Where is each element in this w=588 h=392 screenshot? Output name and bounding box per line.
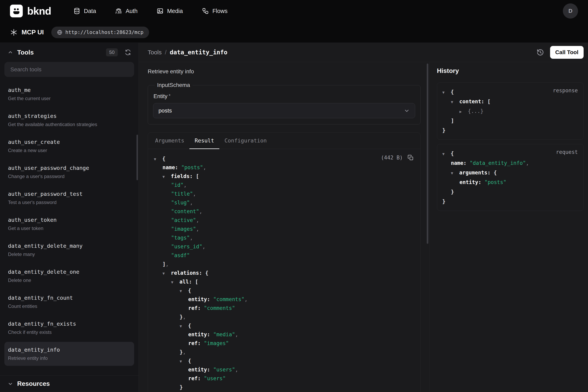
- resources-section-header[interactable]: Resources: [0, 376, 139, 392]
- tool-item-auth_user_password_test[interactable]: auth_user_password_testTest a user's pas…: [4, 186, 134, 210]
- user-avatar[interactable]: D: [563, 4, 578, 18]
- json-token: ,: [244, 296, 248, 302]
- json-token: "users_id": [171, 244, 202, 250]
- tool-item-data_entity_delete_many[interactable]: data_entity_delete_manyDelete many: [4, 238, 134, 262]
- main-scrollbar[interactable]: [427, 64, 428, 244]
- nav-item-data[interactable]: Data: [73, 8, 96, 14]
- json-line: ref: "comments": [154, 304, 414, 312]
- tab-configuration[interactable]: Configuration: [219, 133, 272, 149]
- brand[interactable]: bknd: [10, 4, 51, 18]
- tool-description: Get the current user: [8, 95, 131, 102]
- json-token: "asdf": [171, 252, 190, 258]
- json-token: ,: [235, 332, 238, 338]
- content-region: Tools / data_entity_info Call Tool Retri…: [139, 43, 588, 392]
- mcp-logo-icon: [10, 28, 17, 36]
- json-line: name: "posts",: [154, 163, 414, 172]
- json-line: }: [442, 126, 578, 135]
- copy-icon[interactable]: [407, 155, 413, 161]
- nav-item-auth[interactable]: Auth: [115, 8, 138, 14]
- json-token: name:: [163, 164, 181, 170]
- tree-caret-icon[interactable]: ▼: [154, 155, 159, 164]
- json-line: ],: [154, 260, 414, 268]
- json-line: name: "data_entity_info",: [442, 158, 578, 168]
- tool-name: auth_me: [8, 86, 131, 94]
- json-token: "tags": [171, 235, 190, 241]
- tool-name: data_entity_info: [8, 346, 131, 354]
- json-token: }: [442, 127, 445, 133]
- json-token: {: [451, 150, 454, 156]
- tree-caret-icon[interactable]: ▼: [163, 269, 168, 278]
- json-token: ,: [196, 226, 199, 232]
- json-token: {...}: [468, 108, 483, 114]
- json-token: {: [205, 270, 208, 276]
- json-token: ,: [196, 217, 199, 223]
- history-json-0: ▼{▼content: [▶{...}]}: [442, 87, 578, 135]
- breadcrumb-root[interactable]: Tools: [148, 49, 162, 56]
- tool-item-data_entity_delete_one[interactable]: data_entity_delete_oneDelete one: [4, 264, 134, 288]
- json-token: "users": [204, 376, 226, 382]
- tool-name: data_entity_delete_many: [8, 242, 131, 250]
- tool-name: data_entity_fn_count: [8, 294, 131, 302]
- sidebar-scrollbar[interactable]: [137, 135, 138, 180]
- result-card: ArgumentsResultConfiguration (442 B) ▼{n…: [148, 132, 420, 392]
- json-line: "id",: [154, 180, 414, 190]
- json-token: [: [487, 98, 491, 104]
- nav-item-label: Auth: [126, 8, 138, 14]
- brand-name: bknd: [27, 5, 51, 17]
- json-token: "data_entity_info": [470, 160, 526, 166]
- json-token: ,: [190, 235, 193, 241]
- nav-item-flows[interactable]: Flows: [202, 8, 227, 14]
- nav-item-media[interactable]: Media: [157, 8, 183, 14]
- mcp-url-pill[interactable]: http://localhost:28623/mcp: [51, 26, 149, 38]
- tools-count-badge: 50: [106, 48, 118, 56]
- tree-caret-icon[interactable]: ▼: [180, 357, 185, 366]
- tool-item-data_entity_fn_exists[interactable]: data_entity_fn_existsCheck if entity exi…: [4, 316, 134, 340]
- tree-caret-icon[interactable]: ▼: [442, 88, 447, 97]
- tree-caret-icon[interactable]: ▼: [180, 286, 185, 295]
- mcp-header: MCP UI http://localhost:28623/mcp: [0, 22, 588, 43]
- tab-arguments[interactable]: Arguments: [150, 133, 190, 149]
- json-token: ]: [451, 118, 454, 124]
- top-navigation: bknd DataAuthMediaFlows D: [0, 0, 588, 22]
- tree-caret-icon[interactable]: ▶: [459, 107, 465, 116]
- tree-caret-icon[interactable]: ▼: [180, 322, 185, 330]
- tool-item-auth_user_create[interactable]: auth_user_createCreate a new user: [4, 134, 134, 158]
- json-line: ▼content: [: [442, 97, 578, 106]
- refresh-icon[interactable]: [125, 49, 131, 55]
- tree-caret-icon[interactable]: ▼: [451, 168, 456, 178]
- json-token: fields:: [171, 173, 196, 179]
- json-token: ,: [199, 208, 202, 214]
- json-line: entity: "users",: [154, 365, 414, 374]
- json-token: "media": [213, 332, 235, 338]
- json-line: },: [154, 312, 414, 321]
- mcp-url: http://localhost:28623/mcp: [65, 29, 143, 35]
- workflow-icon: [202, 8, 209, 14]
- tools-header: Tools 50: [0, 43, 139, 60]
- tabs: ArgumentsResultConfiguration: [148, 133, 420, 149]
- tree-caret-icon[interactable]: ▼: [171, 278, 176, 286]
- tool-item-data_entity_fn_count[interactable]: data_entity_fn_countCount entities: [4, 290, 134, 314]
- tree-caret-icon[interactable]: ▼: [163, 172, 168, 181]
- json-token: relations:: [171, 270, 205, 276]
- json-line: ref: "images": [154, 339, 414, 348]
- json-token: entity:: [459, 179, 484, 185]
- tree-caret-icon[interactable]: ▼: [451, 97, 456, 107]
- tool-item-auth_user_password_change[interactable]: auth_user_password_changeChange a user's…: [4, 160, 134, 184]
- tool-item-auth_me[interactable]: auth_meGet the current user: [4, 82, 134, 106]
- history-icon[interactable]: [537, 48, 544, 56]
- tool-item-data_entity_info[interactable]: data_entity_infoRetrieve entity info: [4, 342, 134, 366]
- tab-result[interactable]: Result: [190, 133, 219, 149]
- call-tool-button[interactable]: Call Tool: [550, 46, 584, 59]
- tool-item-auth_user_token[interactable]: auth_user_tokenGet a user token: [4, 212, 134, 236]
- tools-list: auth_meGet the current userauth_strategi…: [0, 77, 139, 376]
- tree-caret-icon[interactable]: ▼: [442, 149, 447, 159]
- json-token: content:: [459, 98, 487, 104]
- tool-item-auth_strategies[interactable]: auth_strategiesGet the available authent…: [4, 108, 134, 132]
- json-token: ref:: [188, 305, 204, 311]
- history-response-card: response ▼{▼content: [▶{...}]}: [437, 82, 584, 140]
- chevron-up-icon[interactable]: [7, 50, 13, 55]
- search-input[interactable]: [4, 62, 134, 77]
- tool-description: Retrieve entity info: [8, 355, 131, 362]
- entity-select[interactable]: posts: [153, 103, 415, 118]
- tool-toolbar: Tools / data_entity_info Call Tool: [139, 43, 588, 62]
